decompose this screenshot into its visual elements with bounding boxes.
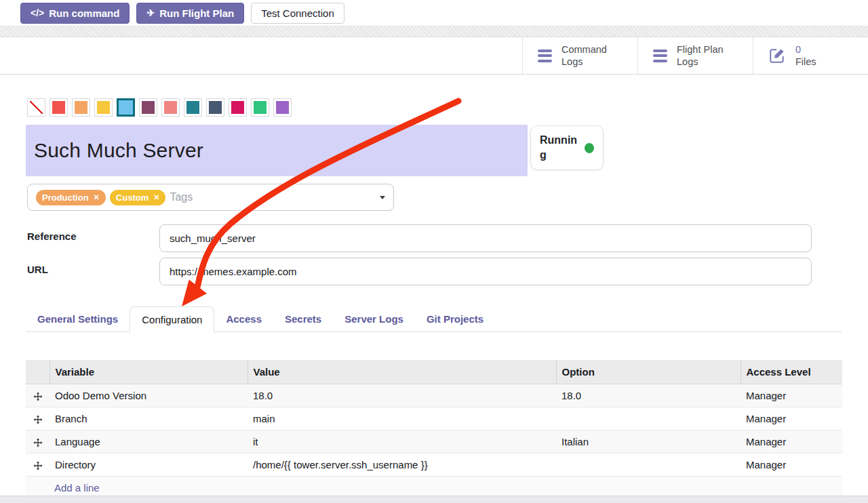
color-swatch[interactable] (139, 98, 157, 117)
drag-handle-icon[interactable] (26, 407, 50, 430)
color-swatches (27, 98, 292, 117)
files-count: 0 (795, 44, 801, 55)
tag-remove-icon[interactable]: ✕ (153, 193, 159, 202)
list-icon (538, 47, 552, 64)
swatch-color (209, 101, 222, 114)
color-swatch[interactable] (251, 98, 269, 117)
color-swatch[interactable] (273, 98, 292, 117)
edit-icon (768, 47, 786, 64)
cell-access-level[interactable]: Manager (741, 407, 842, 430)
tags-field[interactable]: Production✕Custom✕ Tags (27, 184, 394, 211)
table-row[interactable]: Directory/home/{{ tower.server.ssh_usern… (26, 453, 842, 476)
color-swatch[interactable] (161, 98, 180, 117)
status-button[interactable]: Running (530, 125, 604, 170)
files-label: 0Files (795, 43, 816, 68)
swatch-color (231, 101, 244, 114)
color-swatch[interactable] (72, 98, 90, 117)
tag-list: Production✕Custom✕ (36, 190, 165, 205)
tab-bar: General SettingsConfigurationAccessSecre… (26, 306, 842, 332)
cell-access-level[interactable]: Manager (741, 384, 842, 407)
tab-server-logs[interactable]: Server Logs (333, 306, 415, 331)
command-logs-button[interactable]: CommandLogs (522, 37, 637, 74)
form-header-band: CommandLogs Flight PlanLogs 0Files (0, 37, 868, 75)
color-swatch[interactable] (184, 98, 202, 117)
tab-access[interactable]: Access (214, 306, 273, 331)
swatch-color (276, 101, 289, 114)
reference-label: Reference (27, 230, 77, 242)
tag-label: Production (42, 193, 89, 203)
chevron-down-icon[interactable] (380, 196, 385, 199)
swatch-color (254, 101, 267, 114)
color-swatch[interactable] (94, 98, 113, 117)
files-button[interactable]: 0Files (753, 37, 868, 74)
cell-value[interactable]: it (248, 430, 556, 453)
drag-handle-icon[interactable] (26, 384, 50, 407)
swatch-color (52, 101, 65, 114)
color-swatch[interactable] (206, 98, 224, 117)
tag-production[interactable]: Production✕ (36, 190, 106, 205)
add-a-line-link[interactable]: Add a line (31, 482, 100, 494)
url-input[interactable] (159, 258, 812, 285)
cell-variable[interactable]: Language (50, 430, 248, 453)
cell-variable[interactable]: Branch (50, 407, 248, 430)
server-form-page: </> Run command ✈ Run Flight Plan Test C… (0, 0, 868, 503)
cell-option[interactable]: 18.0 (556, 384, 741, 407)
command-logs-label: CommandLogs (561, 43, 607, 68)
cell-option[interactable]: Italian (556, 430, 741, 453)
color-swatch[interactable] (229, 98, 247, 117)
cell-value[interactable]: main (248, 407, 556, 430)
color-swatch[interactable] (117, 98, 135, 117)
tab-git-projects[interactable]: Git Projects (415, 306, 495, 331)
table-row[interactable]: BranchmainManager (26, 407, 842, 430)
cell-value[interactable]: 18.0 (248, 384, 556, 407)
config-table-body: Odoo Demo Version18.018.0ManagerBranchma… (26, 384, 842, 476)
run-command-label: Run command (49, 7, 119, 19)
table-header-row: Variable Value Option Access Level (26, 360, 842, 384)
column-header-option[interactable]: Option (556, 360, 741, 384)
cell-variable[interactable]: Directory (50, 453, 248, 476)
drag-handle-icon[interactable] (26, 453, 50, 476)
table-row[interactable]: Odoo Demo Version18.018.0Manager (26, 384, 842, 407)
tag-remove-icon[interactable]: ✕ (94, 193, 100, 202)
cell-option[interactable] (556, 453, 741, 476)
column-header-value[interactable]: Value (248, 360, 556, 384)
color-swatch[interactable] (50, 98, 68, 117)
swatch-color (30, 101, 43, 114)
list-icon (653, 47, 667, 64)
record-title-box[interactable]: Such Much Server (26, 125, 528, 176)
cell-value[interactable]: /home/{{ tower.server.ssh_username }} (248, 453, 556, 476)
button-box: CommandLogs Flight PlanLogs 0Files (522, 37, 868, 74)
url-label: URL (27, 264, 48, 275)
swatch-color (97, 101, 110, 114)
configuration-table: Variable Value Option Access Level Odoo … (26, 360, 842, 500)
tab-secrets[interactable]: Secrets (273, 306, 333, 331)
flight-plan-logs-label: Flight PlanLogs (677, 43, 724, 68)
color-swatch-none[interactable] (27, 98, 45, 117)
status-dot-icon (585, 143, 594, 153)
run-command-button[interactable]: </> Run command (20, 3, 130, 24)
tag-custom[interactable]: Custom✕ (110, 190, 166, 205)
cell-option[interactable] (556, 407, 741, 430)
reference-input[interactable] (159, 224, 812, 252)
page-title: Such Much Server (34, 139, 203, 162)
cell-access-level[interactable]: Manager (741, 430, 842, 453)
test-connection-label: Test Connection (261, 7, 334, 19)
run-flight-plan-button[interactable]: ✈ Run Flight Plan (136, 3, 244, 24)
cell-access-level[interactable]: Manager (741, 453, 842, 476)
table-row[interactable]: LanguageitItalianManager (26, 430, 842, 453)
tab-configuration[interactable]: Configuration (130, 306, 214, 332)
background-divider-strip (0, 26, 868, 37)
column-header-variable[interactable]: Variable (50, 360, 248, 384)
column-header-access-level[interactable]: Access Level (741, 360, 842, 384)
tab-general-settings[interactable]: General Settings (26, 306, 130, 331)
cell-variable[interactable]: Odoo Demo Version (50, 384, 248, 407)
tags-placeholder[interactable]: Tags (170, 191, 193, 203)
drag-handle-icon[interactable] (26, 430, 50, 453)
swatch-color (75, 101, 87, 114)
swatch-color (119, 100, 133, 115)
code-icon: </> (31, 7, 44, 18)
handle-column-header (26, 360, 50, 384)
test-connection-button[interactable]: Test Connection (251, 3, 344, 24)
flight-plan-logs-button[interactable]: Flight PlanLogs (637, 37, 753, 74)
swatch-color (142, 101, 155, 114)
